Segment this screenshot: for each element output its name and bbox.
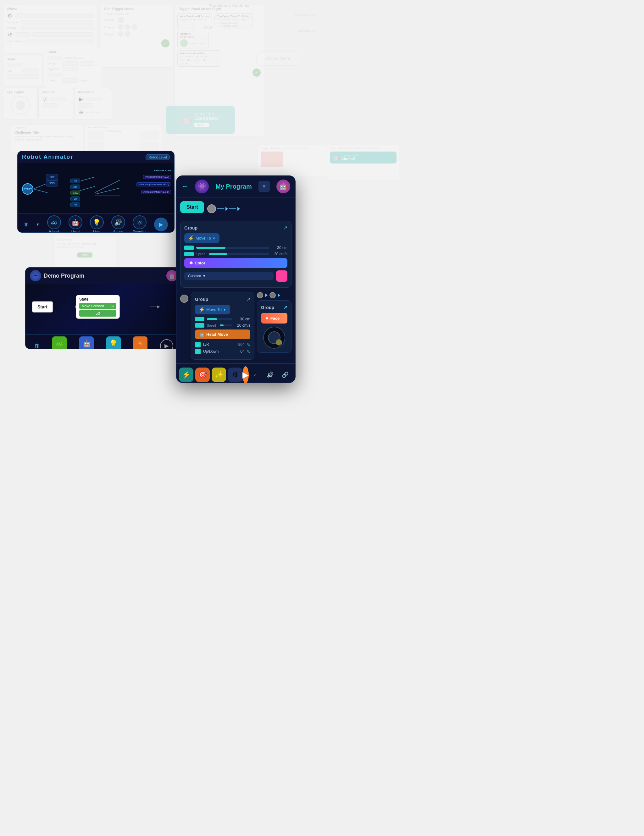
mp-start-arrows (207, 204, 240, 213)
mp-custom-select1[interactable]: Custom ▼ (184, 272, 274, 280)
dp-trash-icon[interactable]: 🗑 (34, 343, 40, 349)
cat-c2 (125, 24, 131, 30)
left-ear-color (80, 61, 95, 66)
sounds-panel: Sounds ♪ (38, 88, 73, 119)
dp-btn-wheel[interactable]: 🏎 Wheel (52, 336, 67, 349)
mp-toggle-speed2[interactable] (195, 323, 204, 328)
mp-toggle2[interactable] (195, 317, 204, 321)
almost-text: Challenge Name Almost! (341, 154, 358, 161)
mp-conn2-area: Group ↗ ⚡ Move To ▼ (180, 292, 291, 363)
ra-react3: ##Math.sin(Math.PI/2.0-1) (141, 190, 171, 194)
dp-move-forward: Move Forward ••• (79, 303, 116, 309)
mp-distance-row1: 30 cm (184, 245, 288, 250)
mp-arr-circle2 (270, 292, 276, 298)
trans-line-label: Transition Line (297, 29, 316, 33)
mp-group3-outer: Group ↗ ● Face (257, 292, 291, 357)
ra-score-360: 360 (70, 185, 80, 189)
ra-head-label: Head (71, 230, 80, 233)
head-panel: Head Pan (3, 55, 42, 87)
body-lights-select (47, 56, 63, 60)
mp-move-dropdown1[interactable]: ▼ (212, 237, 216, 240)
mp-updown-edit[interactable]: ✎ (247, 349, 250, 354)
mp-face-btn[interactable]: ● Face (261, 313, 288, 323)
ra-connections (18, 163, 174, 213)
mp-distance-row2: 30 cm (195, 317, 250, 321)
ra-btn-head[interactable]: 🤖 Head (69, 216, 82, 233)
mp-foot-btn1[interactable]: ⚡ (179, 367, 193, 382)
ra-canvas: START Title $SS 40 360 Cow 28 40 Reactiv… (18, 163, 174, 213)
mp-color-row1: ✱ Color (184, 258, 288, 268)
mp-head-move-btn[interactable]: 🤖 Head Move (195, 330, 250, 339)
sounds-title: Sounds (39, 88, 73, 95)
prog-header: Programming ← → (104, 128, 140, 134)
ra-btn-reaction[interactable]: ⚛ Reaction (133, 216, 147, 233)
dp-play-button[interactable]: ▶ (160, 339, 173, 349)
ra-reaction-icon: ⚛ (133, 216, 147, 229)
ra-btn-sound[interactable]: 🔊 Sound (111, 216, 125, 233)
dp-wheel-icon: 🏎 (52, 336, 67, 349)
mp-lr-row: ✓ L/R 90° ✎ (195, 342, 250, 348)
mix-icon: ⊕ (78, 109, 84, 115)
ra-trash-icon[interactable]: 🗑 (24, 222, 28, 227)
visit-btn[interactable]: Visit (77, 253, 93, 258)
ra-score-40: 40 (70, 179, 80, 183)
mp-back-button[interactable]: ← (181, 182, 188, 191)
not-possible-y1-2: Not possible without Solution Checker (Y… (327, 145, 399, 181)
mp-title: My Program (216, 183, 252, 190)
mp-foot-btn4[interactable]: ⚙ (228, 367, 242, 382)
next-btn[interactable]: Next → (195, 122, 209, 127)
ra-play-icon: ▶ (159, 221, 163, 228)
mp-foot-btn2[interactable]: 🎯 (195, 367, 210, 382)
ra-collapse-icon[interactable]: ▼ (36, 222, 39, 227)
robot-mascot2: 🤖 (332, 154, 339, 161)
svg-line-0 (33, 183, 47, 189)
ra-play-button[interactable]: ▶ (154, 217, 168, 232)
mp-menu-button[interactable]: ≡ (258, 181, 270, 192)
mp-updown-check: ✓ (195, 349, 201, 354)
keep-moving-input (25, 39, 94, 43)
mp-dial-knob (276, 339, 282, 346)
mp-start-node: Start (180, 201, 204, 213)
velocity-label: Velocity (7, 26, 19, 29)
mp-start-row: Start (180, 201, 291, 216)
ra-reactive-label: Reactive State (154, 169, 171, 172)
red-block (261, 152, 283, 167)
mp-group3-expand[interactable]: ↗ (283, 304, 288, 310)
ra-btn-wheel[interactable]: 🏎 Wheel (47, 216, 61, 233)
dp-btn-eye[interactable]: ☀ Eye (133, 336, 147, 349)
distance-label: Distance (7, 21, 19, 24)
ra-wheel-icon: 🏎 (47, 216, 61, 229)
challenge-desc: Some description text goes here. Remembe… (15, 135, 80, 142)
mp-lr-edit[interactable]: ✎ (247, 342, 250, 347)
mp-move-dropdown2[interactable]: ▼ (223, 308, 226, 312)
svg-line-4 (95, 180, 120, 193)
mp-nav-sound[interactable]: 🔊 (264, 369, 276, 381)
dp-btn-lights[interactable]: 💡 Lights (106, 336, 121, 349)
mp-play-button[interactable]: ▶ (242, 366, 249, 383)
demoname-panel: DemoName Pre-recorded story for Robot Ed… (54, 236, 116, 267)
dp-btn-head[interactable]: 🤖 Head (79, 336, 94, 349)
mp-move-to-btn2[interactable]: ⚡ Move To ▼ (195, 305, 230, 314)
individual-lights-label: Individual Lights (65, 57, 83, 59)
mp-footer: ⚡ 🎯 ✨ ⚙ ▶ ‹ 🔊 🔗 🔒 (177, 363, 295, 383)
mp-group2-header: Group ↗ (195, 296, 250, 302)
mp-distance-fill2 (207, 318, 217, 320)
demo-program-panel: ~ Demo Program 🤖 Start State Move Forwar… (25, 267, 182, 349)
ra-head-icon: 🤖 (69, 216, 82, 229)
mp-color-swatch1[interactable] (276, 270, 288, 282)
dp-move-menu[interactable]: ••• (110, 304, 114, 308)
trigger-next-state-label: Trigger next State with... (104, 13, 170, 15)
ra-btn-light[interactable]: 💡 Light (90, 216, 104, 233)
mp-dial[interactable] (263, 327, 285, 349)
mp-nav-back[interactable]: ‹ (249, 369, 261, 381)
mp-group1-expand[interactable]: ↗ (283, 225, 288, 231)
mp-move-to-btn1[interactable]: ⚡ Move To ▼ (184, 233, 219, 243)
mp-color-button1[interactable]: ✱ Color (184, 258, 288, 268)
mp-toggle-speed1[interactable] (184, 252, 194, 256)
mp-toggle1[interactable] (184, 245, 194, 250)
mp-group2-expand[interactable]: ↗ (246, 296, 250, 302)
wheel-icon: ⚙ (7, 13, 13, 19)
mp-foot-btn3[interactable]: ✨ (212, 367, 226, 382)
mp-nav-share[interactable]: 🔗 (279, 369, 291, 381)
cat-c4 (118, 31, 124, 37)
